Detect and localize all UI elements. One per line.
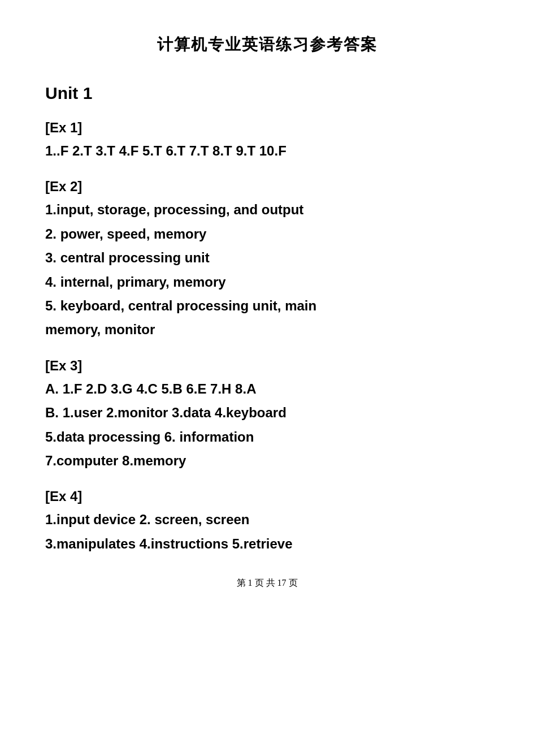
exercise-line-2-3: 3. central processing unit: [45, 247, 489, 269]
page-footer: 第 1 页 共 17 页: [45, 577, 489, 589]
exercise-line-2-1: 1.input, storage, processing, and output: [45, 199, 489, 221]
exercise-line-3-3: 5.data processing 6. information: [45, 426, 489, 448]
exercise-content-2: 1.input, storage, processing, and output…: [45, 199, 489, 340]
exercise-content-1: 1..F 2.T 3.T 4.F 5.T 6.T 7.T 8.T 9.T 10.…: [45, 140, 489, 162]
exercise-content-4: 1.input device 2. screen, screen3.manipu…: [45, 509, 489, 555]
exercise-line-1-1: 1..F 2.T 3.T 4.F 5.T 6.T 7.T 8.T 9.T 10.…: [45, 140, 489, 162]
exercise-line-3-2: B. 1.user 2.monitor 3.data 4.keyboard: [45, 402, 489, 424]
exercise-label-4: [Ex 4]: [45, 489, 489, 504]
exercise-label-1: [Ex 1]: [45, 120, 489, 136]
exercise-line-2-6: memory, monitor: [45, 319, 489, 340]
exercise-content-3: A. 1.F 2.D 3.G 4.C 5.B 6.E 7.H 8.AB. 1.u…: [45, 378, 489, 472]
exercise-block-2: [Ex 2]1.input, storage, processing, and …: [45, 179, 489, 340]
exercise-line-3-4: 7.computer 8.memory: [45, 450, 489, 472]
exercise-label-2: [Ex 2]: [45, 179, 489, 195]
exercise-line-4-1: 1.input device 2. screen, screen: [45, 509, 489, 530]
unit-title: Unit 1: [45, 84, 489, 103]
exercise-line-3-1: A. 1.F 2.D 3.G 4.C 5.B 6.E 7.H 8.A: [45, 378, 489, 400]
exercise-line-4-2: 3.manipulates 4.instructions 5.retrieve: [45, 533, 489, 555]
exercise-line-2-2: 2. power, speed, memory: [45, 223, 489, 245]
page-title: 计算机专业英语练习参考答案: [45, 34, 489, 55]
exercise-label-3: [Ex 3]: [45, 358, 489, 374]
exercise-line-2-5: 5. keyboard, central processing unit, ma…: [45, 295, 489, 317]
exercise-block-1: [Ex 1]1..F 2.T 3.T 4.F 5.T 6.T 7.T 8.T 9…: [45, 120, 489, 162]
exercise-line-2-4: 4. internal, primary, memory: [45, 271, 489, 293]
exercise-block-4: [Ex 4]1.input device 2. screen, screen3.…: [45, 489, 489, 555]
exercise-block-3: [Ex 3]A. 1.F 2.D 3.G 4.C 5.B 6.E 7.H 8.A…: [45, 358, 489, 472]
